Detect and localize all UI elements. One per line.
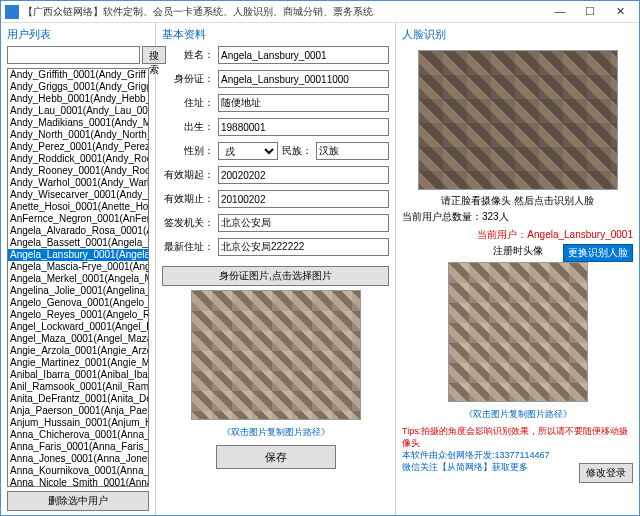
list-item[interactable]: Anita_DeFrantz_0001(Anita_DeF <box>8 393 148 405</box>
list-item[interactable]: Andy_Lau_0001(Andy_Lau_0001)( <box>8 105 148 117</box>
list-item[interactable]: Andy_Rooney_0001(Andy_Rooney_ <box>8 165 148 177</box>
list-item[interactable]: Anna_Kournikova_0001(Anna_Kou <box>8 465 148 477</box>
current-user-value: Angela_Lansbury_0001 <box>527 229 633 240</box>
list-item[interactable]: Angelo_Genova_0001(Angelo_Gen <box>8 297 148 309</box>
search-input[interactable] <box>7 46 140 64</box>
list-item[interactable]: Andy_Hebb_0001(Andy_Hebb_0 <box>8 93 148 105</box>
basic-info-panel: 基本资料 姓名： 身份证： 住址： 出生： 性别： 戌 民族： 有效期起： 有效… <box>156 23 396 515</box>
modify-login-button[interactable]: 修改登录 <box>579 463 633 483</box>
start-input[interactable] <box>218 166 389 184</box>
reg-photo-caption[interactable]: 《双击图片复制图片路径》 <box>402 408 633 421</box>
list-item[interactable]: Andy_Wisecarver_0001(Andy_Wis <box>8 189 148 201</box>
close-button[interactable]: ✕ <box>605 2 635 22</box>
list-item[interactable]: Angela_Lansbury_0001(Angela_L <box>8 249 148 261</box>
list-item[interactable]: Angie_Arzola_0001(Angie_Arzol <box>8 345 148 357</box>
list-item[interactable]: Angie_Martinez_0001(Angie_Mar <box>8 357 148 369</box>
minimize-button[interactable]: — <box>545 2 575 22</box>
swap-face-button[interactable]: 更换识别人脸 <box>563 244 633 262</box>
list-item[interactable]: Andy_Perez_0001(Andy_Perez_00 <box>8 141 148 153</box>
list-item[interactable]: Andy_Griggs_0001(Andy_Griggs <box>8 81 148 93</box>
list-item[interactable]: Angel_Lockward_0001(Angel_Loc <box>8 321 148 333</box>
issuer-input[interactable] <box>218 214 389 232</box>
face-recog-panel: 人脸识别 请正脸看摄像头 然后点击识别人脸 当前用户总数量：323人 当前用户：… <box>396 23 639 515</box>
start-label: 有效期起： <box>162 168 214 182</box>
list-item[interactable]: Angela_Bassett_0001(Angela_Ba <box>8 237 148 249</box>
list-item[interactable]: Anjum_Hussain_0001(Anjum_Huss <box>8 417 148 429</box>
list-item[interactable]: Anna_Jones_0001(Anna_Jones_00 <box>8 453 148 465</box>
current-user-label: 当前用户： <box>477 229 527 240</box>
list-item[interactable]: Anibal_Ibarra_0001(Anibal_Iba <box>8 369 148 381</box>
latest-addr-input[interactable] <box>218 238 389 256</box>
list-item[interactable]: Anna_Faris_0001(Anna_Faris_00 <box>8 441 148 453</box>
maximize-button[interactable]: ☐ <box>575 2 605 22</box>
tips-text: Tips:拍摄的角度会影响识别效果，所以请不要随便移动摄像头 <box>402 425 633 449</box>
list-item[interactable]: Angelo_Reyes_0001(Angelo_Reye <box>8 309 148 321</box>
list-item[interactable]: Andy_North_0001(Andy_North_00 <box>8 129 148 141</box>
list-item[interactable]: Angela_Alvarado_Rosa_0001(Ang <box>8 225 148 237</box>
user-listbox[interactable]: Andy_Griffith_0001(Andy_GriffAndy_Griggs… <box>7 68 149 487</box>
list-item[interactable]: Andy_Warhol_0001(Andy_Warhol_ <box>8 177 148 189</box>
total-users-value: 323人 <box>482 211 509 222</box>
list-item[interactable]: Anna_Chicherova_0001(Anna_Chi <box>8 429 148 441</box>
list-item[interactable]: Anja_Paerson_0001(Anja_Paerso <box>8 405 148 417</box>
basic-info-title: 基本资料 <box>162 27 389 42</box>
total-users-label: 当前用户总数量： <box>402 211 482 222</box>
list-item[interactable]: Andy_Roddick_0001(Andy_Roddic <box>8 153 148 165</box>
titlebar: 【广西众链网络】软件定制、会员一卡通系统、人脸识别、商城分销、票务系统 — ☐ … <box>1 1 639 23</box>
user-list-title: 用户列表 <box>7 27 149 42</box>
list-item[interactable]: Anna_Nicole_Smith_0001(Anna_N <box>8 477 148 487</box>
birth-label: 出生： <box>162 120 214 134</box>
idcard-input[interactable] <box>218 70 389 88</box>
nation-label: 民族： <box>282 144 312 158</box>
id-photo-caption[interactable]: 《双击图片复制图片路径》 <box>162 426 389 439</box>
id-photo[interactable] <box>191 290 361 420</box>
choose-photo-button[interactable]: 身份证图片,点击选择图片 <box>162 266 389 286</box>
list-item[interactable]: Angel_Maza_0001(Angel_Maza_00 <box>8 333 148 345</box>
list-item[interactable]: Andy_Griffith_0001(Andy_Griff <box>8 69 148 81</box>
birth-input[interactable] <box>218 118 389 136</box>
delete-user-button[interactable]: 删除选中用户 <box>7 491 149 511</box>
name-label: 姓名： <box>162 48 214 62</box>
app-logo-icon <box>5 5 19 19</box>
list-item[interactable]: Angela_Mascia-Frye_0001(Angel <box>8 261 148 273</box>
registered-photo[interactable] <box>448 262 588 402</box>
nation-input[interactable] <box>316 142 389 160</box>
user-list-panel: 用户列表 搜索 Andy_Griffith_0001(Andy_GriffAnd… <box>1 23 156 515</box>
list-item[interactable]: Andy_Madikians_0001(Andy_Madi <box>8 117 148 129</box>
issuer-label: 签发机关： <box>162 216 214 230</box>
addr-input[interactable] <box>218 94 389 112</box>
list-item[interactable]: Anette_Hosoi_0001(Anette_Hoso <box>8 201 148 213</box>
end-input[interactable] <box>218 190 389 208</box>
latest-addr-label: 最新住址： <box>162 240 214 254</box>
name-input[interactable] <box>218 46 389 64</box>
dev-link-2[interactable]: 微信关注【从简网络】获取更多 <box>402 462 528 472</box>
end-label: 有效期止： <box>162 192 214 206</box>
save-button[interactable]: 保存 <box>216 445 336 469</box>
gender-label: 性别： <box>162 144 214 158</box>
list-item[interactable]: AnFernce_Negron_0001(AnFernce <box>8 213 148 225</box>
addr-label: 住址： <box>162 96 214 110</box>
face-recog-title: 人脸识别 <box>402 27 633 42</box>
list-item[interactable]: Angela_Merkel_0001(Angela_Mer <box>8 273 148 285</box>
dev-link-1[interactable]: 本软件由众创网络开发:13377114467 <box>402 449 633 461</box>
camera-preview <box>418 50 618 190</box>
window-title: 【广西众链网络】软件定制、会员一卡通系统、人脸识别、商城分销、票务系统 <box>23 5 545 19</box>
gender-select[interactable]: 戌 <box>218 142 278 160</box>
list-item[interactable]: Angelina_Jolie_0001(Angelina_ <box>8 285 148 297</box>
camera-hint: 请正脸看摄像头 然后点击识别人脸 <box>402 194 633 208</box>
list-item[interactable]: Anil_Ramsook_0001(Anil_Ramsoo <box>8 381 148 393</box>
idcard-label: 身份证： <box>162 72 214 86</box>
